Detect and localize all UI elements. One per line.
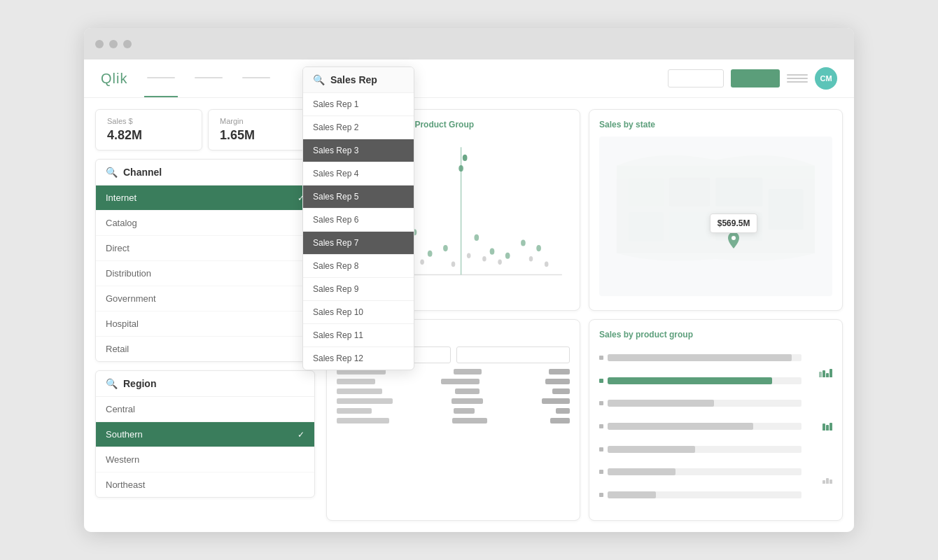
- map-chart-card: Sales by state: [589, 109, 843, 311]
- salesrep-item-11[interactable]: Sales Rep 11: [303, 324, 414, 347]
- browser-dot-red: [95, 40, 104, 48]
- svg-point-21: [463, 155, 468, 161]
- channel-filter-box: 🔍 Channel Internet ✓ Catalog Direct Dis: [95, 159, 315, 362]
- svg-point-5: [428, 251, 433, 257]
- user-avatar[interactable]: CM: [815, 67, 837, 90]
- customer-filter-box-2[interactable]: [456, 346, 570, 363]
- product-dot-7: [599, 493, 603, 497]
- mini-bar-row-3: [822, 475, 832, 484]
- customer-row-4: [337, 398, 570, 404]
- channel-item-hospital-label: Hospital: [106, 318, 139, 329]
- product-bar-row-5: [599, 446, 802, 453]
- customer-row-2: [337, 379, 570, 384]
- salesrep-item-12[interactable]: Sales Rep 12: [303, 347, 414, 370]
- region-item-southern-label: Southern: [106, 429, 143, 440]
- mini-b-1c: [826, 373, 829, 377]
- summary-cards: Sales $ 4.82M Margin 1.65M: [95, 109, 315, 150]
- region-item-southern-check: ✓: [298, 430, 304, 440]
- channel-item-direct-label: Direct: [106, 243, 130, 253]
- svg-point-29: [732, 236, 736, 240]
- salesrep-item-6[interactable]: Sales Rep 6: [303, 209, 414, 232]
- channel-item-internet[interactable]: Internet ✓: [96, 186, 314, 211]
- margin-label: Margin: [220, 117, 303, 125]
- region-item-central-label: Central: [106, 404, 135, 414]
- cust-val2-2: [545, 379, 570, 384]
- product-fill-2: [608, 377, 772, 384]
- product-chart-card: Sales by product group: [589, 319, 843, 521]
- nav-line-2: [787, 78, 808, 79]
- salesrep-item-8[interactable]: Sales Rep 8: [303, 255, 414, 278]
- salesrep-item-2[interactable]: Sales Rep 2: [303, 116, 414, 139]
- region-item-western[interactable]: Western: [96, 447, 314, 472]
- svg-point-7: [458, 165, 463, 172]
- browser-chrome: [84, 28, 854, 59]
- svg-point-19: [529, 256, 533, 262]
- cust-name-6: [337, 418, 389, 424]
- mini-bar-row-1: [819, 369, 832, 377]
- salesrep-item-4[interactable]: Sales Rep 4: [303, 162, 414, 186]
- product-track-4: [608, 423, 802, 430]
- mini-bar-row-2: [822, 422, 832, 430]
- salesrep-item-3[interactable]: Sales Rep 3: [303, 139, 414, 162]
- search-icon-region: 🔍: [106, 378, 118, 389]
- product-dot-2: [599, 379, 603, 383]
- channel-item-distribution[interactable]: Distribution: [96, 261, 314, 286]
- salesrep-item-1[interactable]: Sales Rep 1: [303, 98, 414, 116]
- margin-card: Margin 1.65M: [208, 109, 315, 150]
- channel-item-retail[interactable]: Retail: [96, 337, 314, 361]
- product-dot-1: [599, 356, 603, 360]
- product-track-7: [608, 491, 802, 498]
- region-item-southern[interactable]: Southern ✓: [96, 422, 314, 447]
- svg-point-18: [498, 260, 502, 265]
- svg-point-20: [545, 262, 549, 267]
- main-content: Sales $ 4.82M Margin 1.65M 🔍 Channel: [84, 98, 854, 532]
- sales-card: Sales $ 4.82M: [95, 109, 202, 150]
- svg-point-6: [443, 245, 448, 251]
- product-dot-4: [599, 424, 603, 428]
- salesrep-item-7[interactable]: Sales Rep 7: [303, 232, 414, 255]
- nav-search-box[interactable]: [668, 69, 724, 88]
- nav-menu-lines: [787, 74, 808, 83]
- channel-item-retail-label: Retail: [106, 344, 129, 354]
- region-item-central[interactable]: Central: [96, 397, 314, 422]
- cust-val-6: [452, 418, 487, 424]
- svg-rect-23: [669, 177, 710, 206]
- svg-point-9: [490, 248, 495, 255]
- cust-val-1: [454, 369, 482, 374]
- customer-row-6: [337, 418, 570, 424]
- customer-row-5: [337, 408, 570, 414]
- browser-window: Qlik CM: [84, 28, 854, 532]
- svg-point-16: [467, 253, 471, 258]
- nav-green-button[interactable]: [731, 69, 780, 88]
- channel-item-catalog[interactable]: Catalog: [96, 211, 314, 236]
- nav-tab-2[interactable]: [192, 59, 225, 97]
- salesrep-item-10[interactable]: Sales Rep 10: [303, 301, 414, 324]
- mini-b-1a: [819, 372, 822, 377]
- channel-item-government-label: Government: [106, 293, 156, 304]
- cust-val-5: [454, 408, 475, 414]
- channel-item-government[interactable]: Government: [96, 286, 314, 312]
- region-item-northeast[interactable]: Northeast: [96, 472, 314, 497]
- svg-point-15: [451, 262, 456, 267]
- nav-tab-line-1: [147, 77, 175, 78]
- cust-val2-6: [550, 418, 570, 424]
- channel-item-direct[interactable]: Direct: [96, 236, 314, 261]
- customer-row-3: [337, 388, 570, 394]
- channel-item-hospital[interactable]: Hospital: [96, 312, 314, 337]
- nav-tab-1[interactable]: [144, 59, 178, 97]
- salesrep-item-5[interactable]: Sales Rep 5: [303, 186, 414, 209]
- svg-rect-24: [716, 177, 763, 206]
- region-filter-header: 🔍 Region: [96, 371, 314, 397]
- channel-item-catalog-label: Catalog: [106, 218, 137, 228]
- product-dot-5: [599, 447, 603, 451]
- nav-line-3: [787, 81, 808, 83]
- svg-rect-22: [629, 177, 664, 206]
- salesrep-item-9[interactable]: Sales Rep 9: [303, 278, 414, 301]
- mini-b-2c: [830, 423, 832, 430]
- svg-point-12: [536, 245, 541, 251]
- nav-tab-line-3: [242, 77, 270, 78]
- mini-b-2a: [822, 424, 825, 430]
- nav-tab-3[interactable]: [239, 59, 273, 97]
- cust-val2-4: [542, 398, 570, 404]
- svg-point-14: [420, 260, 424, 265]
